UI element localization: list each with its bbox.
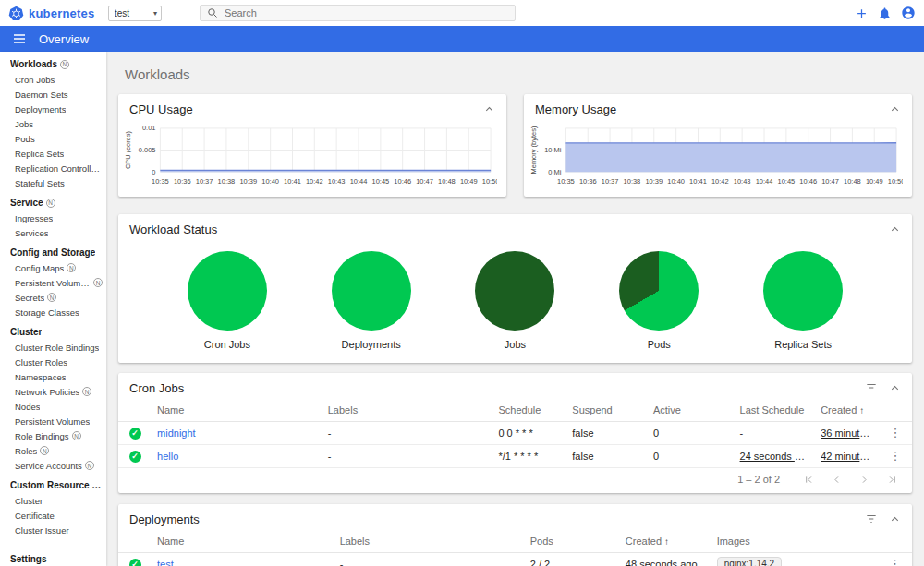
column-header-labels[interactable]: Labels xyxy=(322,399,493,422)
deployment-row[interactable]: ✓ test - 2 / 2 48 seconds ago nginx:1.14… xyxy=(118,552,912,566)
column-header-images[interactable]: Images xyxy=(711,530,878,553)
sidebar-item-settings[interactable]: Settings xyxy=(0,551,106,566)
filter-button[interactable] xyxy=(865,381,878,394)
kubernetes-brand[interactable]: kubernetes xyxy=(8,6,108,21)
sidebar-item-daemon-sets[interactable]: Daemon Sets xyxy=(0,87,106,102)
svg-text:10:49: 10:49 xyxy=(460,177,478,186)
cell-last-schedule: - xyxy=(735,421,816,444)
sidebar-item-cluster[interactable]: Cluster xyxy=(0,493,106,508)
row-menu-icon[interactable]: ⋮ xyxy=(885,426,905,440)
last-page-icon xyxy=(885,473,899,487)
filter-button[interactable] xyxy=(865,512,878,525)
sidebar-item-custom-resource-definitions[interactable]: Custom Resource Definitions xyxy=(0,477,106,493)
sidebar-item-label: Cluster xyxy=(15,496,43,506)
column-header-schedule[interactable]: Schedule xyxy=(492,399,566,422)
create-resource-button[interactable] xyxy=(855,6,869,20)
sidebar-item-service-accounts[interactable]: Service AccountsN xyxy=(0,458,106,473)
collapse-button[interactable] xyxy=(889,103,901,115)
sidebar-item-storage-classes[interactable]: Storage Classes xyxy=(0,305,106,319)
column-header-name[interactable]: Name xyxy=(152,530,334,553)
collapse-button[interactable] xyxy=(483,103,495,115)
column-header-pods[interactable]: Pods xyxy=(525,530,620,553)
collapse-button[interactable] xyxy=(889,513,901,525)
deployment-name-link[interactable]: test xyxy=(157,559,174,566)
sidebar-item-stateful-sets[interactable]: Stateful Sets xyxy=(0,175,106,190)
sidebar-item-pods[interactable]: Pods xyxy=(0,131,106,146)
cronjob-row[interactable]: ✓ midnight - 0 0 * * * false 0 - 36 minu… xyxy=(118,421,912,444)
sidebar-item-cluster-issuer[interactable]: Cluster Issuer xyxy=(0,523,106,537)
cell-labels: - xyxy=(322,421,493,444)
sidebar-item-config-maps[interactable]: Config MapsN xyxy=(0,260,106,275)
svg-text:Memory (bytes): Memory (bytes) xyxy=(529,126,538,174)
cell-schedule: 0 0 * * * xyxy=(492,421,566,444)
notifications-button[interactable] xyxy=(878,6,892,20)
sidebar-item-deployments[interactable]: Deployments xyxy=(0,102,106,116)
search-bar[interactable] xyxy=(200,5,516,21)
sidebar-item-role-bindings[interactable]: Role BindingsN xyxy=(0,428,106,443)
sidebar-item-label: Roles xyxy=(15,446,37,456)
pie-chart-cron-jobs[interactable] xyxy=(188,251,267,331)
sidebar-item-ingresses[interactable]: Ingresses xyxy=(0,211,106,225)
sidebar-item-services[interactable]: Services xyxy=(0,225,106,240)
memory-usage-card: Memory Usage 10:3510:3610:3710:3810:3910… xyxy=(524,94,912,197)
sidebar-item-cluster[interactable]: Cluster xyxy=(0,324,106,340)
status-ok-icon: ✓ xyxy=(129,451,141,463)
namespace-selector[interactable]: test ▾ xyxy=(108,6,162,21)
sidebar-item-workloads[interactable]: WorkloadsN xyxy=(0,56,106,72)
sidebar-item-persistent-volumes[interactable]: Persistent Volumes xyxy=(0,414,106,428)
sidebar-item-roles[interactable]: RolesN xyxy=(0,443,106,458)
plus-icon xyxy=(855,6,869,20)
column-header-labels[interactable]: Labels xyxy=(334,530,525,553)
row-menu-icon[interactable]: ⋮ xyxy=(885,449,905,463)
sidebar-item-namespaces[interactable]: Namespaces xyxy=(0,369,106,384)
row-menu-icon[interactable]: ⋮ xyxy=(885,557,905,566)
user-account-button[interactable] xyxy=(901,6,916,20)
first-page-button[interactable] xyxy=(802,473,816,487)
sidebar-item-label: Cron Jobs xyxy=(15,75,55,85)
column-header-active[interactable]: Active xyxy=(648,399,735,422)
card-title: Deployments xyxy=(129,512,854,526)
previous-page-button[interactable] xyxy=(830,473,844,487)
sidebar-item-replication-controllers[interactable]: Replication Controllers xyxy=(0,161,106,175)
pie-chart-replica-sets[interactable] xyxy=(763,251,843,331)
top-app-bar: kubernetes test ▾ xyxy=(0,0,924,26)
column-header-suspend[interactable]: Suspend xyxy=(566,399,648,422)
cronjob-name-link[interactable]: hello xyxy=(157,451,178,462)
collapse-button[interactable] xyxy=(889,382,901,394)
column-header-created[interactable]: Created ↑ xyxy=(620,530,711,553)
sidebar-item-certificate[interactable]: Certificate xyxy=(0,508,106,523)
svg-text:10:49: 10:49 xyxy=(866,177,883,186)
sidebar-item-jobs[interactable]: Jobs xyxy=(0,116,106,131)
sidebar-item-network-policies[interactable]: Network PoliciesN xyxy=(0,384,106,399)
sidebar-item-service[interactable]: ServiceN xyxy=(0,195,106,211)
svg-text:10:44: 10:44 xyxy=(350,177,368,186)
pie-chart-jobs[interactable] xyxy=(475,251,554,331)
svg-text:10:40: 10:40 xyxy=(261,177,279,186)
sidebar-item-label: Replica Sets xyxy=(15,149,64,159)
sidebar-item-nodes[interactable]: Nodes xyxy=(0,399,106,414)
pie-chart-pods[interactable] xyxy=(619,251,699,331)
sidebar-item-replica-sets[interactable]: Replica Sets xyxy=(0,146,106,161)
filter-icon xyxy=(865,381,878,394)
hamburger-menu-icon[interactable] xyxy=(12,31,27,46)
cronjob-name-link[interactable]: midnight xyxy=(157,428,196,439)
svg-text:10:47: 10:47 xyxy=(416,177,433,186)
pie-chart-deployments[interactable] xyxy=(332,251,411,331)
last-page-button[interactable] xyxy=(885,473,899,487)
sort-ascending-icon[interactable]: ↑ xyxy=(664,536,669,547)
column-header-last-schedule[interactable]: Last Schedule xyxy=(735,399,816,422)
search-input[interactable] xyxy=(225,7,508,18)
sidebar-item-secrets[interactable]: SecretsN xyxy=(0,290,106,305)
sidebar-item-cluster-role-bindings[interactable]: Cluster Role Bindings xyxy=(0,340,106,355)
cronjob-row[interactable]: ✓ hello - */1 * * * * false 0 24 seconds… xyxy=(118,444,912,467)
sidebar-item-label: Jobs xyxy=(15,119,33,129)
next-page-button[interactable] xyxy=(857,473,871,487)
column-header-created[interactable]: Created ↑ xyxy=(815,399,879,422)
sidebar-item-persistent-volume-claims[interactable]: Persistent Volume ClaimsN xyxy=(0,275,106,290)
collapse-button[interactable] xyxy=(889,223,901,235)
sidebar-item-cluster-roles[interactable]: Cluster Roles xyxy=(0,355,106,369)
sort-ascending-icon[interactable]: ↑ xyxy=(859,405,864,415)
column-header-name[interactable]: Name xyxy=(152,399,322,422)
sidebar-item-cron-jobs[interactable]: Cron Jobs xyxy=(0,72,106,87)
sidebar-item-config-and-storage[interactable]: Config and Storage xyxy=(0,245,106,260)
